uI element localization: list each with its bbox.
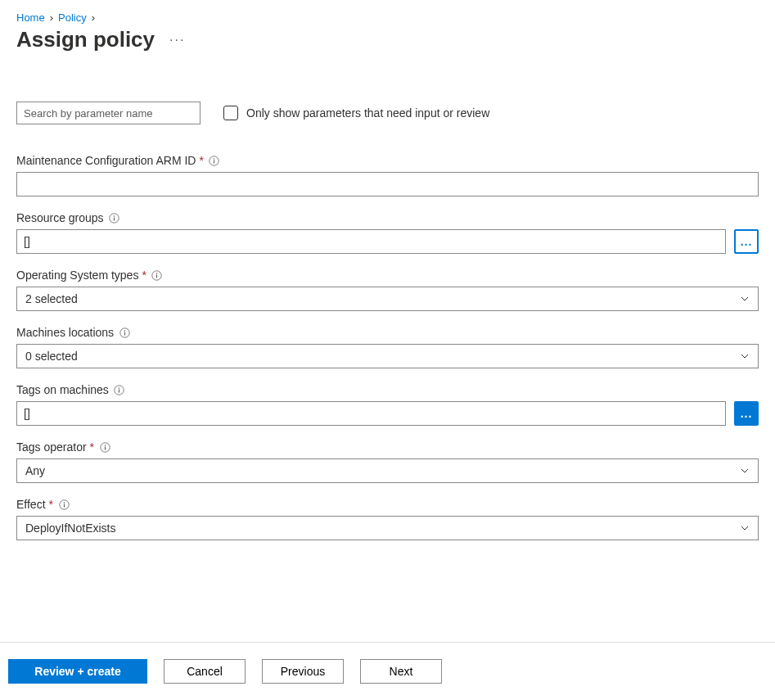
- tags-machines-input[interactable]: [16, 401, 726, 426]
- os-types-label: Operating System types: [16, 269, 138, 282]
- ellipsis-icon: ...: [741, 236, 753, 247]
- ellipsis-icon: ...: [741, 408, 753, 419]
- required-icon: *: [49, 498, 53, 511]
- chevron-down-icon: [740, 466, 750, 476]
- checkbox-icon: [223, 106, 238, 120]
- required-icon: *: [90, 440, 94, 454]
- chevron-right-icon: ›: [92, 11, 95, 24]
- locations-select[interactable]: 0 selected: [16, 344, 759, 368]
- required-icon: *: [142, 269, 146, 282]
- filter-checkbox[interactable]: Only show parameters that need input or …: [223, 106, 489, 120]
- svg-rect-2: [214, 160, 214, 163]
- chevron-right-icon: ›: [50, 11, 53, 24]
- resource-groups-label: Resource groups: [16, 211, 104, 224]
- effect-select[interactable]: DeployIfNotExists: [16, 516, 759, 540]
- effect-label: Effect: [16, 498, 46, 511]
- breadcrumb: Home › Policy ›: [16, 8, 759, 25]
- svg-point-4: [114, 215, 115, 216]
- svg-point-19: [63, 502, 64, 503]
- info-icon[interactable]: [99, 441, 110, 453]
- info-icon[interactable]: [119, 327, 130, 338]
- resource-groups-input[interactable]: [16, 229, 726, 254]
- svg-point-16: [104, 445, 105, 445]
- tags-machines-picker-button[interactable]: ...: [734, 401, 759, 426]
- svg-rect-8: [156, 274, 157, 278]
- tags-operator-label: Tags operator: [16, 440, 87, 454]
- os-types-value: 2 selected: [25, 292, 78, 305]
- tags-operator-value: Any: [25, 464, 45, 477]
- svg-rect-11: [124, 332, 124, 335]
- svg-rect-14: [119, 389, 119, 392]
- resource-groups-picker-button[interactable]: ...: [734, 229, 759, 254]
- svg-point-1: [214, 158, 214, 159]
- more-actions-button[interactable]: ···: [169, 33, 185, 47]
- svg-point-10: [124, 330, 124, 331]
- maintenance-label: Maintenance Configuration ARM ID: [16, 154, 196, 167]
- svg-rect-20: [63, 504, 64, 507]
- required-icon: *: [199, 154, 203, 167]
- next-button[interactable]: Next: [360, 659, 442, 684]
- svg-rect-5: [114, 217, 115, 220]
- info-icon[interactable]: [109, 212, 120, 224]
- search-input[interactable]: [16, 102, 201, 124]
- filter-checkbox-label: Only show parameters that need input or …: [246, 106, 489, 120]
- review-create-button[interactable]: Review + create: [8, 659, 147, 684]
- svg-rect-17: [104, 446, 105, 449]
- svg-point-7: [156, 273, 157, 273]
- locations-value: 0 selected: [25, 350, 78, 363]
- info-icon[interactable]: [114, 384, 125, 395]
- info-icon[interactable]: [58, 499, 70, 510]
- footer: Review + create Cancel Previous Next: [0, 642, 775, 700]
- locations-label: Machines locations: [16, 326, 114, 339]
- chevron-down-icon: [740, 351, 750, 361]
- os-types-select[interactable]: 2 selected: [16, 287, 759, 311]
- tags-operator-select[interactable]: Any: [16, 458, 759, 483]
- chevron-down-icon: [740, 294, 750, 304]
- chevron-down-icon: [740, 523, 750, 533]
- breadcrumb-policy[interactable]: Policy: [58, 11, 87, 24]
- maintenance-input[interactable]: [16, 172, 759, 196]
- info-icon[interactable]: [151, 269, 163, 281]
- previous-button[interactable]: Previous: [262, 659, 344, 684]
- cancel-button[interactable]: Cancel: [164, 659, 246, 684]
- svg-point-13: [119, 387, 119, 388]
- tags-machines-label: Tags on machines: [16, 383, 109, 396]
- breadcrumb-home[interactable]: Home: [16, 11, 45, 24]
- effect-value: DeployIfNotExists: [25, 522, 115, 535]
- page-title: Assign policy: [16, 27, 155, 52]
- info-icon[interactable]: [209, 155, 220, 166]
